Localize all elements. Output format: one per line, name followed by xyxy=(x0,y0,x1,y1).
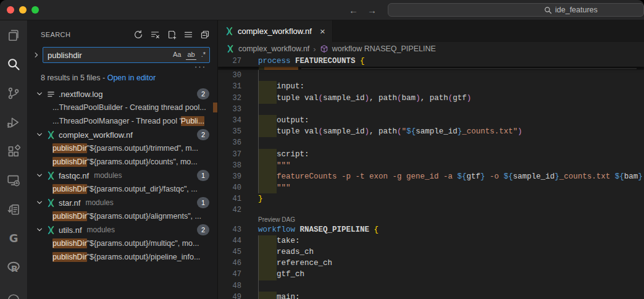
file-name: .nextflow.log xyxy=(59,90,103,99)
zoom-window-button[interactable] xyxy=(31,6,39,14)
activity-item-gitlens[interactable]: G xyxy=(0,224,27,253)
line-number: 30 xyxy=(218,70,258,81)
code-line-content: gtf_ch xyxy=(258,269,644,280)
code-editor[interactable]: 27process FEATURECOUNTS { 3031 input:32 … xyxy=(218,56,644,299)
file-folder: modules xyxy=(85,198,113,207)
use-regex-toggle[interactable]: .* xyxy=(200,50,207,59)
run-debug-icon xyxy=(7,116,20,129)
result-match-row[interactable]: publishDir "${params.output}/multiqc", m… xyxy=(28,237,217,250)
match-count-badge: 2 xyxy=(197,129,209,140)
refresh-button[interactable] xyxy=(132,28,144,41)
code-line: 40 """ xyxy=(218,182,644,193)
line-number: 43 xyxy=(218,224,258,235)
result-match-row[interactable]: publishDir "${params.output}/pipeline_in… xyxy=(28,250,217,264)
gitlens-icon: G xyxy=(7,232,20,245)
chevron-down-icon[interactable] xyxy=(36,172,43,179)
result-file-row[interactable]: complex_workflow.nf2 xyxy=(28,128,217,141)
code-line-content: """ xyxy=(258,182,644,193)
match-highlight: publishDir xyxy=(52,143,87,153)
minimize-window-button[interactable] xyxy=(19,6,27,14)
result-match-row[interactable]: ...ThreadPoolManager - Thread pool 'Publ… xyxy=(28,114,217,128)
match-text: "${params.output}/pipeline_info... xyxy=(87,253,201,261)
app-window: ← → ide_features GR SEARCH Aaab.* ··· xyxy=(0,0,644,299)
result-file-row[interactable]: utils.nfmodules2 xyxy=(28,223,217,237)
chevron-down-icon[interactable] xyxy=(36,226,43,234)
more-search-actions-button[interactable]: ··· xyxy=(28,63,217,70)
search-panel: SEARCH Aaab.* ··· 8 results in 5 files -… xyxy=(28,20,218,299)
activity-item-source-control[interactable] xyxy=(0,78,27,107)
match-highlight: publishDir xyxy=(52,211,87,221)
result-file-row[interactable]: .nextflow.log2 xyxy=(28,87,217,101)
result-match-row[interactable]: publishDir "${params.output}/alignments"… xyxy=(28,209,217,223)
chevron-down-icon[interactable] xyxy=(36,131,43,138)
search-icon xyxy=(7,57,20,71)
code-line: 48 xyxy=(218,280,644,292)
svg-text:G: G xyxy=(9,232,19,245)
close-window-button[interactable] xyxy=(7,6,14,14)
activity-item-explorer[interactable] xyxy=(0,20,27,49)
activity-bar: GR xyxy=(0,20,28,299)
code-line-content xyxy=(258,104,644,115)
activity-item-run-debug[interactable] xyxy=(0,107,27,137)
breadcrumb-symbol[interactable]: workflow RNASEQ_PIPELINE xyxy=(332,44,436,53)
line-number: 49 xyxy=(218,292,258,299)
line-number: 45 xyxy=(218,246,258,258)
clear-results-button[interactable] xyxy=(149,28,161,41)
activity-item-r-language[interactable]: R xyxy=(0,253,27,282)
code-line: 49 main: xyxy=(218,292,644,299)
code-line-content: main: xyxy=(258,292,644,299)
nextflow-icon xyxy=(46,171,56,180)
account-icon xyxy=(7,290,20,299)
source-control-icon xyxy=(7,86,20,100)
codelens-preview-dag[interactable]: Preview DAG xyxy=(218,216,644,224)
code-line-content: reads_ch xyxy=(258,246,644,258)
line-number: 42 xyxy=(218,204,258,216)
command-center[interactable]: ide_features xyxy=(388,3,644,17)
new-search-editor-button[interactable] xyxy=(165,28,178,41)
toggle-replace-button[interactable] xyxy=(33,51,40,59)
whole-word-toggle[interactable]: ab xyxy=(186,50,196,60)
match-count-badge: 1 xyxy=(197,170,209,181)
result-file-row[interactable]: fastqc.nfmodules1 xyxy=(28,169,217,182)
view-as-list-button[interactable] xyxy=(182,28,194,41)
activity-item-task-output[interactable] xyxy=(0,195,27,224)
open-in-editor-link[interactable]: Open in editor xyxy=(107,74,156,82)
forward-button[interactable]: → xyxy=(367,6,377,15)
result-match-row[interactable]: publishDir "${params.output_dir}/fastqc"… xyxy=(28,182,217,196)
search-input[interactable] xyxy=(48,51,172,60)
close-tab-icon[interactable]: × xyxy=(320,27,325,36)
line-number: 36 xyxy=(218,137,258,148)
file-name: utils.nf xyxy=(59,225,82,235)
activity-item-search[interactable] xyxy=(0,49,27,78)
nextflow-icon xyxy=(225,27,234,36)
code-line: 36 xyxy=(218,137,644,148)
activity-item-extensions[interactable] xyxy=(0,137,27,166)
result-file-row[interactable]: star.nfmodules1 xyxy=(28,196,217,209)
search-box: Aaab.* xyxy=(43,47,210,63)
nextflow-icon xyxy=(46,130,56,140)
symbol-module-icon xyxy=(320,44,328,53)
code-line: 47 gtf_ch xyxy=(218,269,644,280)
match-highlight: publishDir xyxy=(52,157,87,167)
collapse-all-button[interactable] xyxy=(199,28,211,41)
tab-complex-workflow[interactable]: complex_workflow.nf × xyxy=(218,20,333,42)
activity-item-remote-explorer[interactable] xyxy=(0,166,27,195)
chevron-down-icon[interactable] xyxy=(36,199,43,206)
back-button[interactable]: ← xyxy=(349,6,358,15)
code-line-content: tuple val(sample_id), path(bam), path(gt… xyxy=(258,93,644,104)
chevron-down-icon[interactable] xyxy=(36,90,43,98)
result-match-row[interactable]: ...ThreadPoolBuilder - Creating thread p… xyxy=(28,101,217,114)
file-folder: modules xyxy=(87,225,115,234)
result-match-row[interactable]: publishDir "${params.output}/trimmed", m… xyxy=(28,141,217,155)
breadcrumb-file[interactable]: complex_workflow.nf xyxy=(238,44,309,53)
sticky-scroll-line[interactable]: 27process FEATURECOUNTS { xyxy=(218,56,644,67)
code-line: 33 xyxy=(218,104,644,115)
code-line-content: } xyxy=(258,193,644,204)
command-center-label: ide_features xyxy=(555,6,598,14)
result-match-row[interactable]: publishDir "${params.output}/counts", mo… xyxy=(28,155,217,169)
line-number: 35 xyxy=(218,126,258,137)
editor-group: complex_workflow.nf × complex_workflow.n… xyxy=(218,20,644,299)
activity-item-account[interactable] xyxy=(0,282,27,299)
match-text: "${params.output}/alignments", ... xyxy=(87,212,201,221)
match-case-toggle[interactable]: Aa xyxy=(172,50,182,59)
